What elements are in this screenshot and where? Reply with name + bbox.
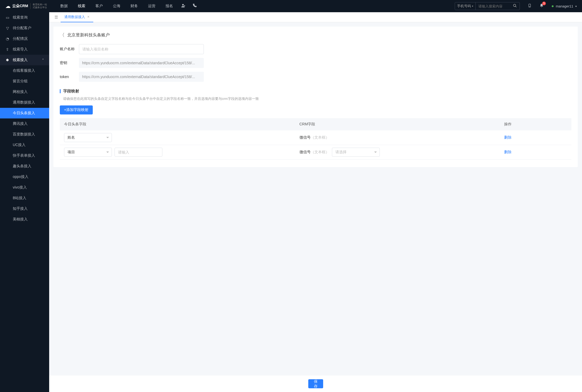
phone-icon[interactable] — [192, 3, 197, 9]
svg-point-3 — [530, 6, 530, 6]
search-type-select[interactable]: 手机号码▾ — [455, 2, 476, 10]
sidebar-sub-item[interactable]: 腾讯接入 — [0, 118, 49, 129]
account-name-input[interactable] — [79, 44, 204, 54]
sidebar-sub-item[interactable]: UC接入 — [0, 140, 49, 150]
sidebar-sub-item[interactable]: 快手表单接入 — [0, 150, 49, 161]
section-title: 字段映射 — [60, 89, 571, 94]
back-icon[interactable]: 〈 — [60, 32, 65, 38]
svg-point-0 — [182, 4, 184, 6]
mobile-icon[interactable] — [528, 3, 532, 9]
sidebar-sub-item[interactable]: 今日头条接入 — [0, 108, 49, 118]
sidebar-item-label: 待分配客户 — [13, 26, 31, 31]
logo-subtitle: 教育机构一站 式服务云平台 — [30, 3, 47, 9]
field-mapping-table: 今日头条字段 CRM字段 操作 姓名微信号（文本框）删除项目微信号（文本框）请选… — [60, 118, 571, 160]
sidebar-sub-item[interactable]: 留言分组 — [0, 76, 49, 87]
sidebar-sub-item[interactable]: 通用数据接入 — [0, 97, 49, 108]
th-action: 操作 — [500, 118, 572, 130]
sidebar-sub-item[interactable]: oppo接入 — [0, 172, 49, 182]
sidebar-sub-item[interactable]: 趣头条接入 — [0, 161, 49, 172]
sidebar-item[interactable]: ◔分配情况 — [0, 33, 49, 44]
toggle-sidebar-icon[interactable]: ☰ — [52, 15, 61, 20]
sidebar-sub-item[interactable]: 美柚接入 — [0, 214, 49, 225]
nav-item[interactable]: 运营 — [148, 4, 155, 8]
sidebar-sub-item[interactable]: 百度数据接入 — [0, 129, 49, 140]
form-row-name: 账户名称 — [60, 44, 571, 54]
section-desc: 请确保您在此填写的头条自定义字段名称与在今日头条平台中自定义的字段名称一致，并且… — [60, 96, 571, 101]
search-box: 手机号码▾ — [455, 2, 520, 10]
crm-option-select[interactable]: 请选择 — [332, 148, 380, 157]
sidebar-item[interactable]: ▽待分配客户 — [0, 23, 49, 33]
form-row-secret: 密钥 https://crm.yunduocrm.com/externalDat… — [60, 58, 571, 68]
sidebar-sub-item[interactable]: 知乎接入 — [0, 203, 49, 214]
search-icon[interactable] — [510, 4, 520, 8]
nav-item[interactable]: 数据 — [60, 4, 68, 8]
username: manager11 — [556, 4, 573, 8]
cloud-icon: ☁ — [5, 3, 11, 9]
delete-link[interactable]: 删除 — [504, 135, 512, 139]
sidebar-item-label: 线索查询 — [13, 15, 28, 20]
nav-item[interactable]: 客户 — [95, 4, 103, 8]
nav-item[interactable]: 公海 — [113, 4, 120, 8]
sidebar: ▭线索查询▽待分配客户◔分配情况⇪线索导入✱线索接入˄在线客服接入留言分组网校接… — [0, 12, 49, 392]
sidebar-sub-item[interactable]: B站接入 — [0, 193, 49, 203]
bell-icon[interactable]: 5 — [539, 3, 544, 9]
token-label: token — [60, 75, 79, 79]
save-button[interactable]: 保存 — [308, 379, 323, 388]
card: 〈 北京昱新科技头条账户 账户名称 密钥 https://crm.yunduoc… — [53, 27, 578, 167]
sidebar-item-label: 线索接入 — [13, 58, 28, 62]
header-shortcut-icons — [181, 3, 197, 9]
notification-badge: 5 — [542, 2, 546, 5]
th-crm-field: CRM字段 — [295, 118, 500, 130]
name-label: 账户名称 — [60, 47, 79, 52]
add-field-mapping-button[interactable]: +添加字段映射 — [60, 105, 93, 114]
main-area: ☰ 通用数据接入 ✕ 〈 北京昱新科技头条账户 账户名称 密钥 https://… — [49, 12, 582, 392]
tab-bar: ☰ 通用数据接入 ✕ — [49, 12, 582, 22]
sidebar-icon: ▭ — [5, 15, 10, 20]
save-bar: 保存 — [49, 376, 582, 392]
sidebar-icon: ▽ — [5, 26, 10, 30]
sidebar-sub-item[interactable]: vivo接入 — [0, 182, 49, 193]
status-dot-icon — [552, 5, 554, 7]
logo[interactable]: ☁ 云朵CRM 教育机构一站 式服务云平台 — [5, 3, 47, 9]
secret-value[interactable]: https://crm.yunduocrm.com/externalData/s… — [79, 58, 204, 68]
crm-field-label: 微信号（文本框） — [300, 150, 329, 155]
user-plus-icon[interactable] — [181, 3, 186, 9]
th-toutiao-field: 今日头条字段 — [60, 118, 295, 130]
field-name-input[interactable] — [115, 148, 162, 157]
sidebar-icon: ◔ — [5, 37, 10, 41]
sidebar-icon: ⇪ — [5, 47, 10, 52]
sidebar-sub-item[interactable]: 网校接入 — [0, 87, 49, 97]
sidebar-item[interactable]: ▭线索查询 — [0, 12, 49, 23]
sidebar-sub-item[interactable]: 在线客服接入 — [0, 65, 49, 76]
page-title: 北京昱新科技头条账户 — [67, 32, 110, 38]
header-right: 手机号码▾ 5 manager11 ▾ — [455, 2, 577, 10]
table-row: 姓名微信号（文本框）删除 — [60, 130, 571, 145]
form-row-token: token https://crm.yunduocrm.com/external… — [60, 72, 571, 82]
token-value[interactable]: https://crm.yunduocrm.com/externalData/s… — [79, 72, 204, 82]
secret-label: 密钥 — [60, 61, 79, 65]
top-header: ☁ 云朵CRM 教育机构一站 式服务云平台 数据线索客户公海财务运营报名 手机号… — [0, 0, 582, 12]
logo-text: 云朵CRM — [12, 4, 28, 8]
toutiao-field-select[interactable]: 姓名 — [64, 133, 112, 142]
svg-point-1 — [513, 4, 516, 7]
close-icon[interactable]: ✕ — [87, 15, 90, 19]
page-header: 〈 北京昱新科技头条账户 — [60, 32, 571, 38]
delete-link[interactable]: 删除 — [504, 150, 512, 154]
crm-field-label: 微信号（文本框） — [300, 135, 329, 140]
nav-item[interactable]: 报名 — [166, 4, 173, 8]
content: 〈 北京昱新科技头条账户 账户名称 密钥 https://crm.yunduoc… — [49, 22, 582, 376]
sidebar-item-label: 分配情况 — [13, 36, 28, 41]
tab-general-data[interactable]: 通用数据接入 ✕ — [61, 12, 93, 22]
nav-item[interactable]: 线索 — [78, 4, 85, 8]
nav-item[interactable]: 财务 — [130, 4, 138, 8]
sidebar-item-label: 线索导入 — [13, 47, 28, 52]
table-row: 项目微信号（文本框）请选择删除 — [60, 145, 571, 160]
user-menu[interactable]: manager11 ▾ — [552, 4, 577, 8]
search-input[interactable] — [476, 4, 510, 8]
chevron-down-icon: ▾ — [472, 5, 473, 7]
chevron-icon: ˄ — [42, 58, 44, 62]
chevron-down-icon: ▾ — [575, 5, 577, 8]
sidebar-item[interactable]: ✱线索接入˄ — [0, 55, 49, 65]
sidebar-item[interactable]: ⇪线索导入 — [0, 44, 49, 55]
toutiao-field-select[interactable]: 项目 — [64, 148, 112, 157]
